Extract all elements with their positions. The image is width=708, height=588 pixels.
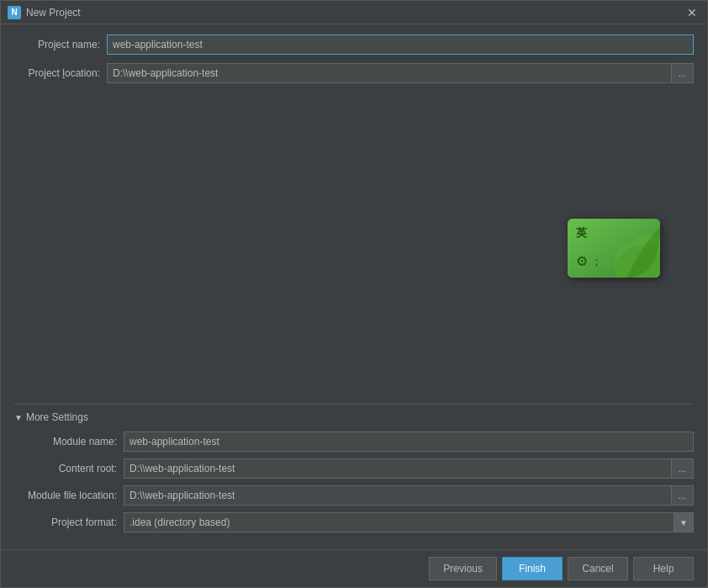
- content-root-row: Content root: ...: [14, 458, 694, 479]
- content-root-field-group: ...: [124, 458, 694, 479]
- project-format-dropdown-wrapper: .idea (directory based) ▼: [124, 512, 694, 532]
- finish-button[interactable]: Finish: [502, 557, 563, 580]
- project-format-label: Project format:: [14, 516, 124, 528]
- previous-button[interactable]: Previous: [429, 557, 497, 580]
- project-format-dropdown-group: .idea (directory based) ▼: [124, 512, 694, 532]
- close-button[interactable]: ✕: [684, 4, 700, 21]
- content-root-browse-button[interactable]: ...: [671, 458, 694, 479]
- window-title: New Project: [26, 7, 684, 19]
- toggle-arrow-icon: ▼: [14, 413, 23, 422]
- module-file-location-label: Module file location:: [14, 490, 124, 501]
- more-settings-section: ▼ More Settings Module name: Content roo…: [14, 404, 694, 539]
- cancel-button[interactable]: Cancel: [568, 557, 628, 580]
- module-file-location-browse-button[interactable]: ...: [671, 485, 694, 506]
- project-location-input[interactable]: [107, 63, 671, 83]
- project-location-row: Project location: ...: [14, 63, 694, 83]
- project-type-icon: 英 ⚙ ；: [568, 219, 660, 278]
- module-file-location-field-group: ...: [124, 485, 694, 506]
- project-format-row: Project format: .idea (directory based) …: [14, 512, 694, 532]
- project-name-row: Project name:: [14, 34, 694, 55]
- dropdown-arrow-icon[interactable]: ▼: [674, 512, 694, 532]
- project-name-input[interactable]: [107, 34, 694, 55]
- project-format-dropdown-value[interactable]: .idea (directory based): [124, 512, 674, 532]
- icon-semicolon: ；: [591, 254, 602, 269]
- module-name-row: Module name:: [14, 432, 694, 452]
- content-root-label: Content root:: [14, 463, 124, 474]
- new-project-window: N New Project ✕ Project name: Project lo…: [0, 0, 708, 588]
- app-icon: N: [8, 6, 21, 19]
- icon-gear-char: ⚙: [576, 253, 588, 269]
- main-content: Project name: Project location: ...: [1, 24, 707, 549]
- main-area: 英 ⚙ ；: [14, 92, 694, 404]
- project-location-field-group: ...: [107, 63, 694, 83]
- more-settings-toggle[interactable]: ▼ More Settings: [14, 411, 694, 423]
- project-location-browse-button[interactable]: ...: [671, 63, 694, 83]
- module-name-input[interactable]: [124, 432, 694, 452]
- icon-chinese-char: 英: [576, 225, 587, 241]
- project-location-label-text: Project location:: [29, 67, 100, 79]
- title-bar: N New Project ✕: [1, 1, 707, 24]
- more-settings-label: More Settings: [26, 411, 88, 423]
- footer: Previous Finish Cancel Help: [1, 549, 707, 587]
- content-root-input[interactable]: [124, 458, 671, 479]
- project-location-label: Project location:: [14, 67, 107, 79]
- project-name-label: Project name:: [14, 39, 107, 50]
- module-file-location-input[interactable]: [124, 485, 671, 506]
- module-name-label: Module name:: [14, 436, 124, 448]
- module-file-location-row: Module file location: ...: [14, 485, 694, 506]
- help-button[interactable]: Help: [633, 557, 694, 580]
